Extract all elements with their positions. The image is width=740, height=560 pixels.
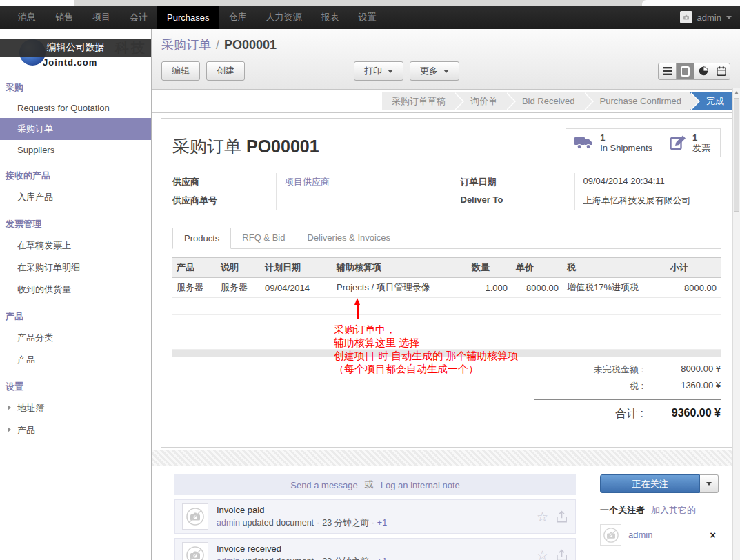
message-body: Invoice paid admin updated document·23 分… (217, 505, 528, 529)
expand-arrow-icon[interactable] (8, 405, 11, 410)
edit-button[interactable]: 编辑 (161, 61, 200, 81)
create-button[interactable]: 创建 (206, 61, 245, 81)
order-date-label: 订单日期 (461, 173, 574, 192)
message-invoice-received[interactable]: Invoice received admin updated document·… (174, 538, 576, 560)
tab-rfq-bid[interactable]: RFQ & Bid (231, 228, 296, 249)
sidebar-header-configuration: 设置 (0, 377, 151, 397)
vertical-scrollbar[interactable] (732, 88, 740, 560)
supplier-ref-value (276, 192, 447, 210)
sidebar-item-requests-for-quotation[interactable]: Requests for Quotation (0, 98, 151, 118)
sidebar-item-products[interactable]: 产品 (0, 349, 151, 371)
graph-view-button[interactable] (694, 63, 712, 80)
following-dropdown-button[interactable] (700, 474, 719, 493)
sidebar-item-purchase-orders[interactable]: 采购订单 (0, 118, 151, 140)
message-extra-count[interactable]: +1 (377, 518, 387, 528)
cell-product[interactable]: 服务器 (172, 278, 217, 298)
cell-unit-price[interactable]: 8000.00 (512, 278, 563, 298)
taxes-label: 税 : (540, 380, 643, 392)
star-icon[interactable] (537, 549, 548, 560)
followers-panel: 正在关注 一个关注者 加入其它的 admin × (600, 474, 719, 546)
table-row[interactable]: 服务器 服务器 09/04/2014 Projects / 项目管理录像 1.0… (172, 278, 721, 298)
sidebar-item-config-products[interactable]: 产品 (0, 419, 151, 441)
followers-count: 一个关注者 (600, 504, 645, 517)
cell-scheduled-date[interactable]: 09/04/2014 (261, 278, 332, 298)
menu-hr[interactable]: 人力资源 (256, 6, 311, 29)
stage-draft-po[interactable]: 采购订单草稿 (382, 92, 454, 110)
user-avatar (680, 11, 692, 23)
remove-follower-button[interactable]: × (710, 529, 719, 541)
calendar-view-button[interactable] (712, 63, 730, 80)
message-author[interactable]: admin (217, 557, 240, 560)
meta-dot: · (317, 518, 319, 528)
following-button[interactable]: 正在关注 (600, 474, 700, 493)
sidebar-item-suppliers[interactable]: Suppliers (0, 140, 151, 160)
scrollbar-thumb[interactable] (734, 98, 739, 212)
sidebar-item-on-incoming-shipments[interactable]: 收到的供货量 (0, 279, 151, 301)
col-subtotal: 小计 (666, 258, 721, 278)
menu-project[interactable]: 项目 (83, 6, 120, 29)
chevron-down-icon (706, 482, 712, 486)
follower-name[interactable]: admin (628, 530, 703, 540)
message-extra-count[interactable]: +1 (377, 557, 387, 560)
cell-subtotal[interactable]: 8000.00 (666, 278, 721, 298)
menu-accounting[interactable]: 会计 (120, 6, 157, 29)
sidebar-item-product-categories[interactable]: 产品分类 (0, 327, 151, 349)
send-message-link[interactable]: Send a message (290, 480, 358, 490)
form-view-button[interactable] (676, 63, 694, 80)
scroll-up-arrow-icon[interactable] (733, 88, 740, 97)
toolbar-dropdowns: 打印 更多 (354, 61, 459, 81)
menu-purchases[interactable]: Purchases (157, 6, 219, 29)
stage-bid-received[interactable]: Bid Received (506, 92, 583, 110)
share-icon[interactable] (555, 549, 568, 560)
breadcrumb-current: PO00001 (224, 38, 277, 52)
tab-deliveries-invoices[interactable]: Deliveries & Invoices (296, 228, 401, 249)
sidebar-item-address-book[interactable]: 地址簿 (0, 397, 151, 419)
stage-purchase-confirmed[interactable]: Purchase Confirmed (583, 92, 690, 110)
view-switcher (659, 63, 730, 80)
sidebar-header-purchase: 采购 (0, 77, 151, 98)
sidebar-item-on-po-lines[interactable]: 在采购订单明细 (0, 257, 151, 279)
annotation-line-4: （每个项目都会自动生成一个） (334, 362, 519, 375)
breadcrumb-parent[interactable]: 采购订单 (161, 37, 211, 53)
invite-followers-link[interactable]: 加入其它的 (651, 504, 696, 517)
expand-arrow-icon[interactable] (8, 427, 11, 432)
browser-edge (0, 0, 740, 6)
menu-messages[interactable]: 消息 (8, 6, 46, 29)
cell-taxes[interactable]: 增值税17%进项税 (563, 278, 666, 298)
more-button[interactable]: 更多 (410, 61, 459, 81)
company-domain: Jointd.com (43, 57, 97, 68)
sidebar-section-receive: 接收的产品 入库产品 (0, 166, 151, 208)
menu-settings[interactable]: 设置 (348, 6, 386, 29)
document-type: 采购订单 (172, 137, 241, 156)
invoices-smart-button[interactable]: 1 发票 (661, 129, 720, 157)
cell-quantity[interactable]: 1.000 (468, 278, 512, 298)
cell-description[interactable]: 服务器 (217, 278, 261, 298)
menu-reporting[interactable]: 报表 (311, 6, 348, 29)
message-author[interactable]: admin (217, 518, 240, 528)
star-icon[interactable] (537, 510, 548, 523)
shipments-count: 1 (600, 132, 652, 143)
share-icon[interactable] (555, 510, 568, 523)
sidebar-item-on-draft-invoices[interactable]: 在草稿发票上 (0, 234, 151, 257)
list-view-button[interactable] (658, 63, 677, 80)
sidebar-item-incoming-products[interactable]: 入库产品 (0, 186, 151, 208)
tab-products[interactable]: Products (172, 228, 231, 249)
form-sheet: 采购订单 PO00001 1 In Shipments 1 (161, 118, 732, 448)
supplier-value[interactable]: 项目供应商 (276, 173, 447, 192)
table-resize-strip[interactable] (172, 350, 721, 357)
print-button[interactable]: 打印 (354, 61, 403, 81)
message-action: updated document (243, 518, 314, 528)
log-note-link[interactable]: Log an internal note (381, 480, 460, 490)
menu-sales[interactable]: 销售 (46, 6, 83, 29)
shipments-smart-button[interactable]: 1 In Shipments (566, 129, 661, 157)
total-value: 9360.00 ¥ (643, 407, 721, 421)
message-invoice-paid[interactable]: Invoice paid admin updated document·23 分… (174, 499, 576, 534)
menu-warehouse[interactable]: 仓库 (219, 6, 256, 29)
col-unit-price: 单价 (512, 258, 563, 278)
cell-analytic-account[interactable]: Projects / 项目管理录像 (332, 278, 468, 298)
user-menu[interactable]: admin (680, 11, 732, 23)
sidebar: 科技 编辑公司数据 Jointd.com 采购 Requests for Quo… (0, 29, 152, 560)
col-product: 产品 (172, 258, 217, 278)
sidebar-header-receive: 接收的产品 (0, 166, 151, 186)
company-logo[interactable]: 科技 编辑公司数据 Jointd.com (0, 29, 151, 72)
